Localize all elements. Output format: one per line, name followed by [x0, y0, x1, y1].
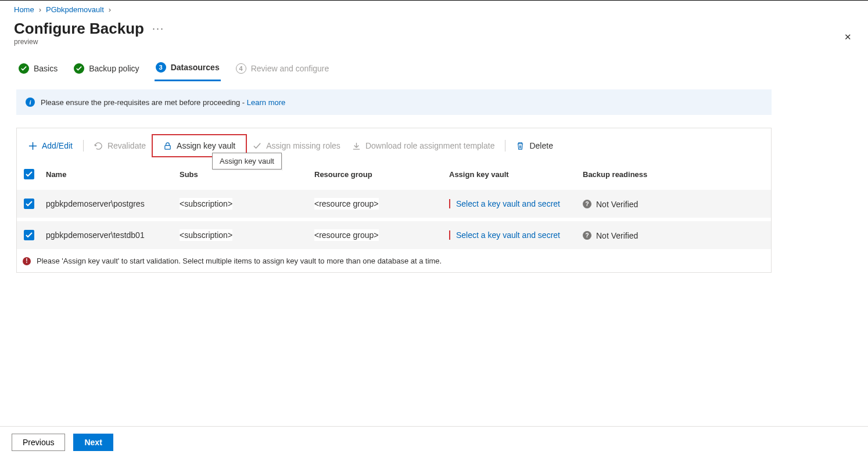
- download-role-template-button: Download role assignment template: [346, 138, 501, 154]
- preview-label: preview: [0, 38, 868, 54]
- step-review-label: Review and configure: [251, 64, 329, 73]
- row-checkbox[interactable]: [24, 230, 34, 240]
- cell-subscription: <subscription>: [180, 229, 232, 241]
- table-row[interactable]: pgbkpdemoserver\testdb01 <subscription> …: [17, 219, 771, 249]
- revalidate-label: Revalidate: [107, 141, 146, 150]
- breadcrumb-vault[interactable]: PGbkpdemovault: [46, 5, 104, 14]
- previous-button[interactable]: Previous: [12, 434, 65, 451]
- add-edit-label: Add/Edit: [42, 141, 73, 150]
- datasources-panel: Add/Edit Revalidate Assign key vault Ass…: [16, 128, 772, 273]
- add-edit-button[interactable]: Add/Edit: [23, 138, 78, 154]
- datasources-table: Name Subs Resource group Assign key vaul…: [17, 163, 771, 249]
- assign-missing-roles-button: Assign missing roles: [247, 138, 346, 154]
- wizard-steps: Basics Backup policy 3 Datasources 4 Rev…: [0, 54, 868, 81]
- learn-more-link[interactable]: Learn more: [247, 98, 285, 107]
- chevron-right-icon: ›: [39, 5, 41, 14]
- svg-rect-0: [165, 145, 170, 149]
- cell-resource-group: <resource group>: [314, 198, 379, 210]
- step-number-icon: 3: [156, 62, 166, 73]
- select-key-vault-link[interactable]: Select a key vault and secret: [456, 199, 560, 208]
- delete-label: Delete: [529, 141, 553, 150]
- validation-hint: ! Please 'Assign key vault' to start val…: [17, 249, 771, 272]
- cell-subscription: <subscription>: [180, 198, 232, 210]
- delete-button[interactable]: Delete: [510, 138, 558, 154]
- cell-resource-group: <resource group>: [314, 229, 379, 241]
- question-icon: ?: [583, 231, 591, 240]
- error-icon: !: [23, 257, 31, 265]
- next-button[interactable]: Next: [73, 434, 113, 451]
- step-datasources-label: Datasources: [171, 63, 220, 72]
- more-dots-icon[interactable]: ···: [152, 23, 164, 35]
- check-icon: [74, 63, 84, 74]
- col-readiness: Backup readiness: [578, 163, 771, 188]
- info-icon: i: [26, 98, 35, 107]
- wizard-footer: Previous Next: [0, 426, 868, 458]
- close-icon[interactable]: ✕: [844, 32, 852, 42]
- revalidate-button: Revalidate: [88, 138, 152, 154]
- assign-key-vault-button[interactable]: Assign key vault: [157, 138, 241, 154]
- col-assign-kv: Assign key vault: [444, 163, 578, 188]
- question-icon: ?: [583, 200, 591, 208]
- select-key-vault-link[interactable]: Select a key vault and secret: [456, 230, 560, 240]
- assign-roles-label: Assign missing roles: [266, 141, 340, 150]
- lock-icon: [163, 142, 172, 150]
- download-icon: [352, 142, 361, 150]
- cell-readiness: Not Verified: [596, 200, 638, 209]
- row-checkbox[interactable]: [24, 199, 34, 209]
- cell-name: pgbkpdemoserver\testdb01: [41, 219, 175, 249]
- banner-text: Please ensure the pre-requisites are met…: [41, 98, 247, 107]
- trash-icon: [516, 142, 525, 150]
- breadcrumb-home[interactable]: Home: [14, 5, 34, 14]
- toolbar-separator: [83, 140, 84, 152]
- step-backup-policy[interactable]: Backup policy: [73, 59, 140, 81]
- cell-name: pgbkpdemoserver\postgres: [41, 188, 175, 219]
- step-number-icon: 4: [236, 63, 246, 74]
- col-resource-group: Resource group: [310, 163, 444, 188]
- refresh-icon: [94, 142, 103, 150]
- page-title: Configure Backup: [14, 20, 144, 38]
- validation-hint-text: Please 'Assign key vault' to start valid…: [37, 257, 442, 265]
- col-name: Name: [41, 163, 175, 188]
- assign-kv-label: Assign key vault: [177, 141, 235, 150]
- cell-readiness: Not Verified: [596, 231, 638, 240]
- step-datasources[interactable]: 3 Datasources: [155, 57, 221, 81]
- assign-key-vault-tooltip: Assign key vault: [212, 153, 282, 170]
- chevron-right-icon: ›: [109, 5, 111, 14]
- breadcrumb: Home › PGbkpdemovault ›: [0, 1, 868, 16]
- plus-icon: [28, 142, 37, 150]
- step-policy-label: Backup policy: [89, 64, 139, 73]
- check-icon: [19, 63, 29, 74]
- datasources-toolbar: Add/Edit Revalidate Assign key vault Ass…: [17, 128, 771, 163]
- step-review-configure: 4 Review and configure: [235, 59, 331, 81]
- step-basics-label: Basics: [34, 64, 58, 73]
- prerequisite-info-banner: i Please ensure the pre-requisites are m…: [16, 89, 772, 115]
- step-basics[interactable]: Basics: [17, 59, 59, 81]
- select-all-checkbox[interactable]: [24, 169, 34, 179]
- table-row[interactable]: pgbkpdemoserver\postgres <subscription> …: [17, 188, 771, 219]
- toolbar-separator: [505, 140, 505, 152]
- download-tpl-label: Download role assignment template: [365, 141, 495, 150]
- check-icon: [253, 142, 261, 150]
